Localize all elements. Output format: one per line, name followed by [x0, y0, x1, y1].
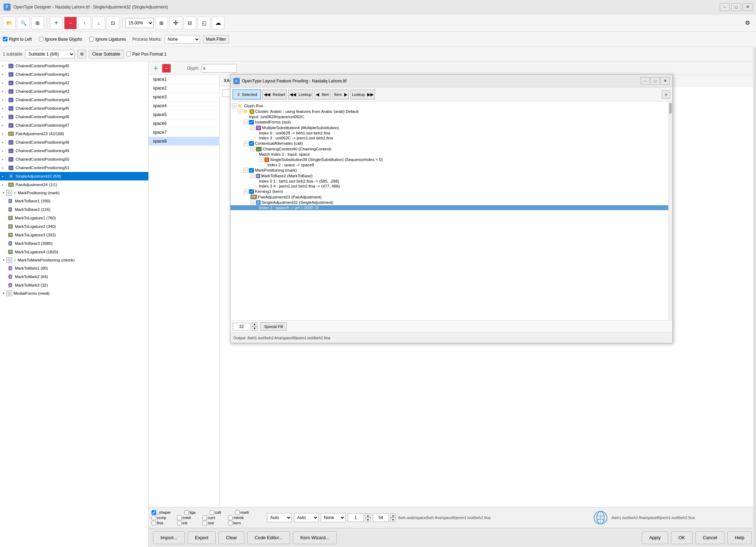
tree-row-ss39-idx2[interactable]: Index 2 : space -> space8	[231, 162, 668, 167]
tree-row-mb2[interactable]: − ê MarkToBase2 (MarkToBase)	[231, 173, 668, 179]
close-button[interactable]: ✕	[743, 3, 752, 11]
stepper-down-1[interactable]: ▼	[365, 518, 371, 522]
code-editor-button[interactable]: Code Editor...	[247, 531, 290, 544]
proofing-restart-group[interactable]: ◀◀ Restart	[262, 90, 287, 99]
auto-select-1[interactable]: Auto	[267, 513, 292, 522]
feature-isol[interactable]: isol	[203, 521, 227, 525]
proofing-item-next-group[interactable]: Item ▶	[332, 90, 349, 99]
proofing-selected-button[interactable]: ⏸ Selected	[233, 90, 261, 99]
lookup-item-ml3[interactable]: m̂ MarkToLigature3 (332)	[0, 231, 148, 239]
feature-ccmp-checkbox[interactable]	[152, 516, 156, 520]
glyph-item-space3[interactable]: space3	[149, 93, 219, 102]
proofing-expand-button[interactable]: »	[662, 90, 670, 99]
tool-zoom[interactable]: 🔍	[17, 17, 30, 29]
proofing-maximize[interactable]: □	[650, 77, 660, 85]
ignore-base-checkbox[interactable]	[39, 37, 44, 41]
minimize-button[interactable]: −	[720, 3, 730, 11]
tool-extra[interactable]: ⊡	[107, 17, 119, 29]
glyph-item-space5[interactable]: space5	[149, 110, 219, 119]
glyph-search-input[interactable]	[201, 64, 237, 73]
right-to-left-checkbox[interactable]	[3, 37, 7, 41]
lookup-item-cc46[interactable]: ▸ ↔ ChainedContextPositioning46	[0, 113, 148, 121]
tree-toggle-cluster[interactable]: −	[238, 109, 243, 114]
proofing-stepper-down[interactable]: ▼	[252, 327, 257, 331]
feature-calt-checkbox[interactable]	[210, 510, 214, 515]
tool-fit[interactable]: ⊞	[155, 17, 168, 29]
tool-settings2[interactable]: ⊞	[31, 17, 44, 29]
feature-mkmk-checkbox[interactable]	[228, 516, 233, 520]
stepper-up-1[interactable]: ▲	[365, 513, 371, 518]
tree-row-mark[interactable]: − ✔ MarkPositioning (mark)	[231, 167, 668, 173]
feature-init[interactable]: init	[177, 521, 202, 525]
settings-button[interactable]: ⚙	[742, 17, 753, 29]
ignore-base-glyphs-option[interactable]: Ignore Base Glyphs	[39, 37, 82, 42]
lookup-item-pa23[interactable]: ▸ AV PairAdjustment23 (42/168)	[0, 129, 148, 138]
zoom-select[interactable]: 15.00%	[125, 18, 154, 28]
none-select[interactable]: None	[321, 513, 346, 522]
proofing-stepper-input[interactable]	[233, 323, 250, 330]
ignore-lig-checkbox[interactable]	[89, 37, 94, 41]
feature-fina-checkbox[interactable]	[152, 521, 156, 525]
lookup-item-cc45[interactable]: ▸ ↔ ChainedContextPositioning45	[0, 104, 148, 113]
special-fill-button[interactable]: Special Fill	[260, 322, 287, 331]
feature-shaper[interactable]: _shaper	[152, 510, 183, 515]
process-marks-select[interactable]: None	[165, 35, 200, 44]
subtable-settings-button[interactable]: ⚙	[78, 50, 86, 58]
lookup-item-ml1[interactable]: m̂ MarkToLigature1 (760)	[0, 214, 148, 222]
lookup-item-cc43[interactable]: ▸ ↔ ChainedContextPositioning43	[0, 87, 148, 96]
feature-isol-checkbox[interactable]	[203, 521, 207, 525]
tool-up[interactable]: ↑	[78, 17, 91, 29]
stepper-input-1[interactable]	[348, 513, 364, 522]
cancel-button[interactable]: Cancel	[695, 531, 724, 544]
tool-table[interactable]: ⊟	[183, 17, 196, 29]
lookup-item-cc41[interactable]: ▸ ↔ ChainedContextPositioning41	[0, 70, 148, 79]
feature-calt[interactable]: calt	[210, 510, 234, 515]
pair-pos-checkbox[interactable]	[126, 52, 131, 56]
lookup-item-cc49[interactable]: ▸ ↔ ChainedContextPositioning49	[0, 146, 148, 155]
tool-shape[interactable]: ◱	[198, 17, 210, 29]
glyph-item-space7[interactable]: space7	[149, 128, 219, 137]
tree-row-cc40[interactable]: − ↔ ChainingContext40 (ChainingContext)	[231, 146, 668, 152]
lookup-group-mark[interactable]: ▼ ⬡ ✔ MarkPositioning (mark)	[0, 189, 148, 197]
stepper-input-2[interactable]	[373, 513, 389, 522]
tree-row-ms4[interactable]: − M MultipleSubstitution4 (MultipleSubst…	[231, 125, 668, 131]
glyph-item-space8[interactable]: space8	[149, 137, 219, 146]
tool-down[interactable]: ↓	[92, 17, 105, 29]
glyph-add-button[interactable]: +	[152, 64, 160, 73]
right-to-left-option[interactable]: Right to Left	[3, 37, 32, 42]
subtable-select[interactable]: Subtable 1 (8/8)	[25, 50, 75, 58]
tree-row-ss39[interactable]: − S SingleSubstitution39 (SingleSubstitu…	[231, 157, 668, 162]
glyph-item-space4[interactable]: space4	[149, 102, 219, 110]
feature-shaper-checkbox[interactable]	[152, 510, 156, 515]
tree-row-cluster[interactable]: − 📁 A Cluster: Arabic - using features f…	[231, 109, 668, 114]
tree-row-cc40-match[interactable]: Match index 2 : Input: space	[231, 152, 668, 157]
lookup-item-cc51[interactable]: ▸ ↔ ChainedContextPositioning51	[0, 163, 148, 172]
tree-row-kern[interactable]: − ✔ Kerning1 (kern)	[231, 189, 668, 194]
tool-remove[interactable]: −	[64, 17, 77, 29]
lookup-item-cc50[interactable]: ▸ ↔ ChainedContextPositioning50	[0, 155, 148, 163]
proofing-scrollbar[interactable]	[668, 102, 672, 320]
lookup-item-ml4[interactable]: m̂ MarkToLigature4 (1820)	[0, 248, 148, 256]
tree-row-pa23[interactable]: AV PairAdjustment23 (PairAdjustment)	[231, 194, 668, 200]
tree-toggle-ms4[interactable]: −	[250, 125, 255, 130]
pair-pos-format-option[interactable]: Pair Pos Format 1	[126, 52, 167, 57]
tool-cloud[interactable]: ☁	[212, 17, 224, 29]
proofing-close[interactable]: ✕	[660, 77, 670, 85]
ignore-ligatures-option[interactable]: Ignore Ligatures	[89, 37, 126, 42]
lookup-item-mb1[interactable]: ê MarkToBase1 (390)	[0, 197, 148, 205]
ok-button[interactable]: OK	[671, 531, 693, 544]
lookup-item-mb2[interactable]: ê MarkToBase2 (116)	[0, 205, 148, 214]
lookup-item-cc48[interactable]: ▸ ↔ ChainedContextPositioning48	[0, 138, 148, 146]
feature-mkmk[interactable]: mkmk	[228, 516, 253, 520]
tool-crosshair[interactable]: ✛	[169, 17, 182, 29]
apply-button[interactable]: Apply	[642, 531, 668, 544]
lookup-item-pa24[interactable]: ▸ AV PairAdjustment24 (1/1)	[0, 180, 148, 189]
tool-add[interactable]: +	[50, 17, 63, 29]
tree-toggle-mb2[interactable]: −	[250, 173, 255, 178]
tree-toggle-kern[interactable]: −	[243, 189, 248, 194]
feature-ccmp[interactable]: ccmp	[152, 516, 176, 520]
lookup-group-medi[interactable]: ▼ ⬡ MedialForms (medi)	[0, 289, 148, 297]
glyph-item-space6[interactable]: space6	[149, 119, 219, 128]
tree-row-ms4-idx0[interactable]: Index 0 : uni0628 -> beh1.isol beh2.fina	[231, 131, 668, 136]
stepper-up-2[interactable]: ▲	[390, 513, 396, 518]
